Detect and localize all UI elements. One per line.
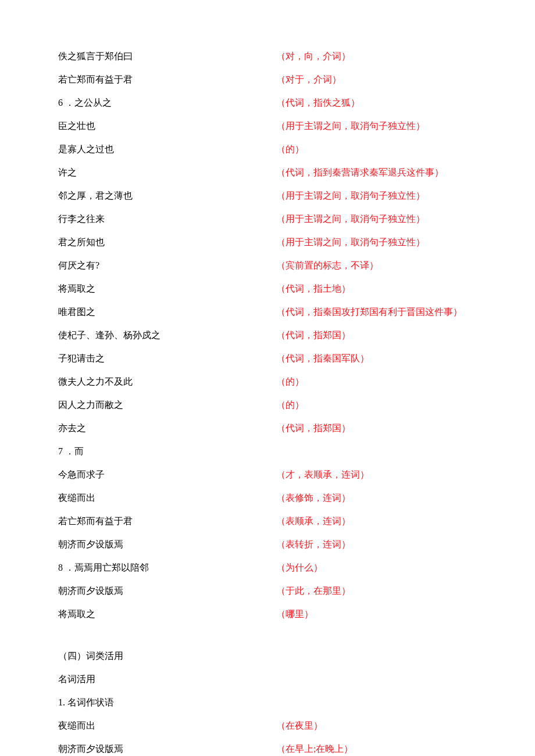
annotation-text: （为什么） bbox=[276, 561, 323, 575]
annotation-text: （代词，指郑国） bbox=[276, 328, 351, 342]
source-text: 许之 bbox=[58, 166, 276, 180]
text-row: 君之所知也（用于主谓之间，取消句子独立性） bbox=[58, 235, 477, 249]
source-text: 若亡郑而有益于君 bbox=[58, 514, 276, 528]
source-text: 夜缒而出 bbox=[58, 719, 276, 733]
document-content: 佚之狐言于郑伯曰（对，向，介词）若亡郑而有益于君（对于，介词）6 ．之公从之（代… bbox=[58, 49, 477, 756]
text-row: 佚之狐言于郑伯曰（对，向，介词） bbox=[58, 49, 477, 63]
annotation-text: （代词，指到秦营请求秦军退兵这件事） bbox=[276, 166, 444, 180]
annotation-text: （用于主谓之间，取消句子独立性） bbox=[276, 119, 425, 133]
source-text: 何厌之有? bbox=[58, 259, 276, 273]
annotation-text: （对于，介词） bbox=[276, 73, 341, 87]
source-text: 亦去之 bbox=[58, 421, 276, 435]
annotation-text: （代词，指佚之狐） bbox=[276, 96, 360, 110]
source-text: 唯君图之 bbox=[58, 305, 276, 319]
annotation-text: （哪里） bbox=[276, 607, 313, 621]
text-row: 何厌之有?（宾前置的标志，不译） bbox=[58, 259, 477, 273]
text-row: 亦去之（代词，指郑国） bbox=[58, 421, 477, 435]
text-row: 臣之壮也（用于主谓之间，取消句子独立性） bbox=[58, 119, 477, 133]
section-heading: （四）词类活用 bbox=[58, 649, 477, 663]
source-text: 朝济而夕设版焉 bbox=[58, 584, 276, 598]
source-text: 夜缒而出 bbox=[58, 491, 276, 505]
text-row: 若亡郑而有益于君（表顺承，连词） bbox=[58, 514, 477, 528]
source-text: 子犯请击之 bbox=[58, 352, 276, 366]
text-row: 将焉取之（哪里） bbox=[58, 607, 477, 621]
annotation-text: （代词，指秦国攻打郑国有利于晋国这件事） bbox=[276, 305, 462, 319]
text-row: 是寡人之过也（的） bbox=[58, 142, 477, 156]
annotation-text: （在早上;在晚上） bbox=[276, 742, 353, 756]
text-row: 行李之往来（用于主谓之间，取消句子独立性） bbox=[58, 212, 477, 226]
source-text: 使杞子、逢孙、杨孙戍之 bbox=[58, 328, 276, 342]
text-row: 夜缒而出（在夜里） bbox=[58, 719, 477, 733]
subsection-heading-label: 名词活用 bbox=[58, 672, 276, 686]
source-text: 若亡郑而有益于君 bbox=[58, 73, 276, 87]
text-row: 朝济而夕设版焉（于此，在那里） bbox=[58, 584, 477, 598]
text-row: 夜缒而出（表修饰，连词） bbox=[58, 491, 477, 505]
text-row: 子犯请击之（代词，指秦国军队） bbox=[58, 352, 477, 366]
text-row: 因人之力而敝之（的） bbox=[58, 398, 477, 412]
source-text: 佚之狐言于郑伯曰 bbox=[58, 49, 276, 63]
annotation-text: （表转折，连词） bbox=[276, 538, 351, 551]
text-row: 6 ．之公从之（代词，指佚之狐） bbox=[58, 96, 477, 110]
source-text: 将焉取之 bbox=[58, 607, 276, 621]
annotation-text: （表修饰，连词） bbox=[276, 491, 351, 505]
annotation-text: （代词，指秦国军队） bbox=[276, 352, 369, 366]
text-row: 使杞子、逢孙、杨孙戍之（代词，指郑国） bbox=[58, 328, 477, 342]
text-row: 若亡郑而有益于君（对于，介词） bbox=[58, 73, 477, 87]
annotation-text: （表顺承，连词） bbox=[276, 514, 351, 528]
annotation-text: （宾前置的标志，不译） bbox=[276, 259, 379, 273]
text-row: 将焉取之（代词，指土地） bbox=[58, 282, 477, 296]
text-row: 微夫人之力不及此（的） bbox=[58, 375, 477, 389]
text-row: 邻之厚，君之薄也（用于主谓之间，取消句子独立性） bbox=[58, 189, 477, 203]
annotation-text: （用于主谓之间，取消句子独立性） bbox=[276, 235, 425, 249]
source-text: 是寡人之过也 bbox=[58, 142, 276, 156]
annotation-text: （的） bbox=[276, 375, 304, 389]
text-row: 朝济而夕设版焉（在早上;在晚上） bbox=[58, 742, 477, 756]
text-row: 朝济而夕设版焉（表转折，连词） bbox=[58, 538, 477, 551]
source-text: 6 ．之公从之 bbox=[58, 96, 276, 110]
source-text: 今急而求子 bbox=[58, 468, 276, 482]
source-text: 行李之往来 bbox=[58, 212, 276, 226]
annotation-text: （对，向，介词） bbox=[276, 49, 351, 63]
section-gap bbox=[58, 630, 477, 649]
source-text: 朝济而夕设版焉 bbox=[58, 742, 276, 756]
annotation-text: （的） bbox=[276, 398, 304, 412]
source-text: 因人之力而敝之 bbox=[58, 398, 276, 412]
section-heading-label: （四）词类活用 bbox=[58, 649, 276, 663]
annotation-text: （在夜里） bbox=[276, 719, 323, 733]
text-row: 8 ．焉焉用亡郑以陪邻（为什么） bbox=[58, 561, 477, 575]
text-row: 7 ．而 bbox=[58, 445, 477, 458]
source-text: 7 ．而 bbox=[58, 445, 276, 458]
text-row: 唯君图之（代词，指秦国攻打郑国有利于晋国这件事） bbox=[58, 305, 477, 319]
item-heading: 1. 名词作状语 bbox=[58, 696, 477, 710]
subsection-heading: 名词活用 bbox=[58, 672, 477, 686]
text-row: 许之（代词，指到秦营请求秦军退兵这件事） bbox=[58, 166, 477, 180]
source-text: 邻之厚，君之薄也 bbox=[58, 189, 276, 203]
source-text: 君之所知也 bbox=[58, 235, 276, 249]
annotation-text: （于此，在那里） bbox=[276, 584, 351, 598]
annotation-text: （代词，指土地） bbox=[276, 282, 351, 296]
item-heading-label: 1. 名词作状语 bbox=[58, 696, 276, 710]
source-text: 臣之壮也 bbox=[58, 119, 276, 133]
annotation-text: （才，表顺承，连词） bbox=[276, 468, 369, 482]
text-row: 今急而求子（才，表顺承，连词） bbox=[58, 468, 477, 482]
source-text: 微夫人之力不及此 bbox=[58, 375, 276, 389]
annotation-text: （的） bbox=[276, 142, 304, 156]
source-text: 朝济而夕设版焉 bbox=[58, 538, 276, 551]
source-text: 8 ．焉焉用亡郑以陪邻 bbox=[58, 561, 276, 575]
source-text: 将焉取之 bbox=[58, 282, 276, 296]
annotation-text: （用于主谓之间，取消句子独立性） bbox=[276, 189, 425, 203]
annotation-text: （代词，指郑国） bbox=[276, 421, 351, 435]
annotation-text: （用于主谓之间，取消句子独立性） bbox=[276, 212, 425, 226]
